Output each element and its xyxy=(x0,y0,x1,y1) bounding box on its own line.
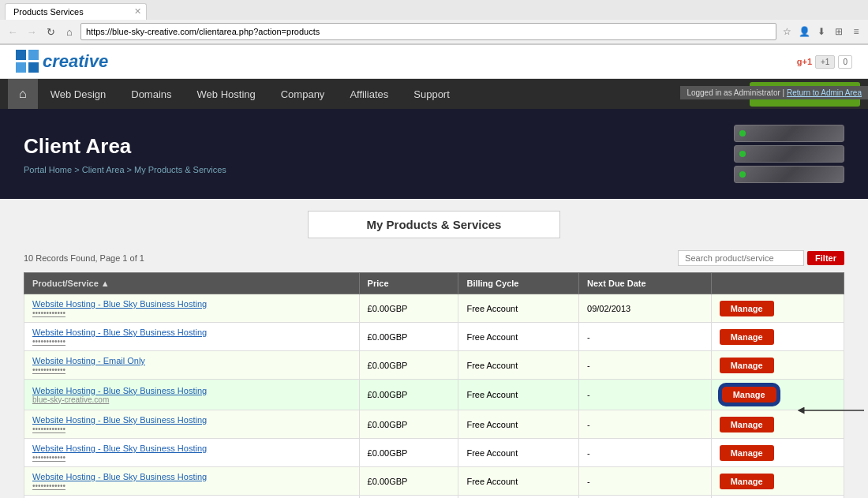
product-name-link[interactable]: Website Hosting - Blue Sky Business Host… xyxy=(32,472,207,481)
next-due-date: - xyxy=(579,351,712,380)
manage-button[interactable]: Manage xyxy=(720,445,774,461)
annotation-arrow-svg xyxy=(793,395,868,426)
col-next-due-date: Next Due Date xyxy=(579,273,712,294)
back-button[interactable]: ← xyxy=(5,24,21,39)
breadcrumb-sep-1: > xyxy=(74,165,81,174)
manage-cell: Manage xyxy=(711,439,844,467)
billing-cycle: Free Account xyxy=(458,380,579,410)
product-name-cell: Website Hosting - Blue Sky Business Host… xyxy=(24,439,360,467)
next-due-date: - xyxy=(579,410,712,439)
page-title-box: My Products & Services xyxy=(308,211,560,238)
product-name-link[interactable]: Website Hosting - Blue Sky Business Host… xyxy=(32,299,207,309)
content-area: My Products & Services 10 Records Found,… xyxy=(0,199,868,498)
gplus-label: g+1 xyxy=(797,57,812,66)
search-area: Filter xyxy=(678,250,844,266)
next-due-date: - xyxy=(579,439,712,467)
next-due-date: 09/02/2013 xyxy=(579,294,712,323)
hero-image xyxy=(734,125,844,183)
table-wrapper: Product/Service ▲ Price Billing Cycle Ne… xyxy=(24,272,844,498)
col-price: Price xyxy=(359,273,458,294)
logo-sq-1 xyxy=(16,50,26,60)
product-name-link[interactable]: Website Hosting - Blue Sky Business Host… xyxy=(32,386,207,395)
manage-button[interactable]: Manage xyxy=(720,329,774,345)
breadcrumb-sep-2: > xyxy=(127,165,134,174)
product-price: £0.00GBP xyxy=(359,323,458,351)
tab-bar: Products Services ✕ xyxy=(0,0,868,20)
product-sub-text: •••••••••••• xyxy=(32,337,351,346)
manage-cell: Manage xyxy=(711,294,844,323)
products-table: Product/Service ▲ Price Billing Cycle Ne… xyxy=(24,272,844,498)
forward-button[interactable]: → xyxy=(24,24,39,39)
manage-cell: Manage xyxy=(711,467,844,496)
manage-button[interactable]: Manage xyxy=(720,301,774,316)
profile-icon[interactable]: 👤 xyxy=(797,24,811,39)
product-sub-text: •••••••••••• xyxy=(32,309,351,317)
breadcrumb-client-area[interactable]: Client Area xyxy=(82,165,125,174)
table-row: Website Hosting - Blue Sky Business Host… xyxy=(24,467,844,496)
product-name-link[interactable]: Website Hosting - Email Only xyxy=(32,356,145,365)
product-name-cell: Website Hosting - Blue Sky Business Host… xyxy=(24,380,360,410)
bookmark-icon[interactable]: ☆ xyxy=(780,24,794,39)
nav-affiliates[interactable]: Affiliates xyxy=(337,81,401,108)
col-sort-product[interactable]: Product/Service ▲ xyxy=(32,279,110,288)
next-due-date: - xyxy=(579,323,712,351)
hero-banner: Client Area Portal Home > Client Area > … xyxy=(0,109,868,199)
product-sub-text: blue-sky-creative.com xyxy=(32,395,351,404)
nav-web-design[interactable]: Web Design xyxy=(38,81,119,108)
browser-chrome: Products Services ✕ ← → ↻ ⌂ ☆ 👤 ⬇ ⊞ ≡ xyxy=(0,0,868,45)
manage-button[interactable]: Manage xyxy=(720,384,779,405)
col-product-service[interactable]: Product/Service ▲ xyxy=(24,273,360,294)
records-bar: 10 Records Found, Page 1 of 1 Filter xyxy=(24,250,844,266)
manage-button[interactable]: Manage xyxy=(720,417,774,432)
settings-icon[interactable]: ≡ xyxy=(849,24,863,39)
home-button[interactable]: ⌂ xyxy=(62,24,77,39)
annotation-container: Click Manage on the account you wish to … xyxy=(793,395,868,426)
reload-button[interactable]: ↻ xyxy=(43,24,58,39)
product-name-link[interactable]: Website Hosting - Blue Sky Business Host… xyxy=(32,328,207,337)
product-sub-text: •••••••••••• xyxy=(32,453,351,462)
breadcrumb-current: My Products & Services xyxy=(134,165,226,174)
browser-tab[interactable]: Products Services ✕ xyxy=(5,3,147,20)
logo-sq-2 xyxy=(28,50,39,60)
product-name-link[interactable]: Website Hosting - Blue Sky Business Host… xyxy=(32,415,207,425)
product-price: £0.00GBP xyxy=(359,439,458,467)
nav-domains[interactable]: Domains xyxy=(118,81,184,108)
filter-button[interactable]: Filter xyxy=(807,251,844,265)
table-row: Website Hosting - Blue Sky Business Host… xyxy=(24,439,844,467)
search-input[interactable] xyxy=(678,250,804,266)
address-bar[interactable] xyxy=(80,23,776,40)
nav-support[interactable]: Support xyxy=(401,81,462,108)
server-image-3 xyxy=(734,166,844,183)
tab-close-icon[interactable]: ✕ xyxy=(134,6,141,17)
nav-web-hosting[interactable]: Web Hosting xyxy=(185,81,268,108)
billing-cycle: Free Account xyxy=(458,439,579,467)
product-name-cell: Website Hosting - Blue Sky Business Host… xyxy=(24,467,360,496)
product-name-cell: Website Hosting - Blue Sky Business Host… xyxy=(24,496,360,499)
manage-cell: Manage xyxy=(711,496,844,499)
gplus-area: g+1 +1 0 xyxy=(797,55,852,69)
nav-company[interactable]: Company xyxy=(268,81,338,108)
next-due-date: - xyxy=(579,467,712,496)
billing-cycle: Free Account xyxy=(458,323,579,351)
logo-sq-4 xyxy=(28,62,39,73)
gplus-button[interactable]: +1 xyxy=(815,55,835,69)
logo-squares xyxy=(16,50,39,73)
return-to-admin-link[interactable]: Return to Admin Area xyxy=(787,88,862,97)
product-name-cell: Website Hosting - Blue Sky Business Host… xyxy=(24,294,360,323)
product-price: £0.00GBP xyxy=(359,496,458,499)
nav-home-button[interactable]: ⌂ xyxy=(8,79,38,109)
download-icon[interactable]: ⬇ xyxy=(814,24,829,39)
product-price: £0.00GBP xyxy=(359,294,458,323)
admin-logged-in: Logged in as Administrator | xyxy=(687,88,784,97)
logo-sq-3 xyxy=(16,62,26,73)
billing-cycle: Free Account xyxy=(458,467,579,496)
site-header: creative g+1 +1 0 xyxy=(0,45,868,79)
breadcrumb-portal-home[interactable]: Portal Home xyxy=(24,165,72,174)
product-sub-text: •••••••••••• xyxy=(32,425,351,433)
billing-cycle: Free Account xyxy=(458,294,579,323)
product-name-link[interactable]: Website Hosting - Blue Sky Business Host… xyxy=(32,444,207,453)
logo-word: creative xyxy=(43,51,108,71)
manage-button[interactable]: Manage xyxy=(720,474,774,489)
manage-button[interactable]: Manage xyxy=(720,358,774,373)
apps-icon[interactable]: ⊞ xyxy=(832,24,846,39)
